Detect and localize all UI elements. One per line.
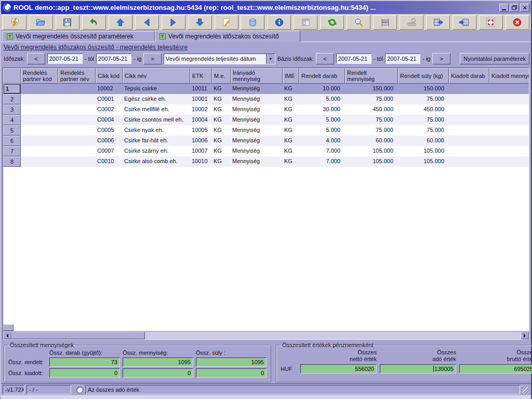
- chevron-down-icon[interactable]: ▼: [266, 54, 275, 64]
- base-period-next-button[interactable]: >: [432, 53, 450, 64]
- date-type-value: Vevői megrendelés teljesítés dátum: [164, 54, 266, 64]
- form-view-button[interactable]: [294, 15, 317, 30]
- fit-window-button[interactable]: [479, 15, 503, 30]
- period-prev-button[interactable]: <: [27, 53, 45, 64]
- prev-record-icon: [142, 18, 152, 27]
- search-button[interactable]: [347, 15, 370, 30]
- exit-button[interactable]: [506, 15, 529, 30]
- table-row[interactable]: 3C0002Csirke mellfilé eh.10002KGMennyisé…: [3, 104, 529, 115]
- export-table-icon: [433, 18, 443, 27]
- qty-value-field[interactable]: 0: [123, 368, 193, 378]
- table-cell: 60.000: [345, 136, 398, 146]
- resize-grip[interactable]: [522, 387, 529, 394]
- close-icon: ×: [523, 5, 527, 11]
- table-row[interactable]: 7C0007Csirke szárny eh.10007KGMennyiségK…: [3, 146, 529, 156]
- export-table-button[interactable]: [426, 15, 450, 30]
- table-row[interactable]: 6C0006Csirke far-hát eh.10006KGMennyiség…: [3, 136, 529, 146]
- currency-value-field[interactable]: 695025: [459, 364, 532, 374]
- qty-value-field[interactable]: 0: [49, 368, 120, 378]
- table-cell: Mennyiség: [231, 146, 283, 156]
- base-period-to-input[interactable]: [385, 54, 420, 64]
- qty-value-field[interactable]: 73: [49, 357, 120, 367]
- table-row[interactable]: 110002Tepsis csirke10011KGMennyiségKG10.…: [3, 84, 529, 94]
- column-header[interactable]: Cikk kód: [96, 68, 123, 84]
- table-cell: [58, 136, 96, 146]
- period-from-input[interactable]: [47, 54, 83, 64]
- qty-value-field[interactable]: 1095: [123, 357, 193, 367]
- tab-1[interactable]: TVevői megrendelés összesítő paraméterek: [2, 31, 155, 42]
- status-radio-icon[interactable]: [76, 387, 83, 393]
- horizontal-scrollbar[interactable]: [3, 331, 529, 339]
- table-row[interactable]: 2C0001Egész csirke eh.10001KGMennyiségKG…: [3, 94, 529, 104]
- data-entry-button[interactable]: [400, 15, 423, 30]
- column-header[interactable]: Irányadó mennyiség: [231, 68, 283, 84]
- connect-button[interactable]: [3, 15, 26, 30]
- row-number[interactable]: 4: [3, 115, 21, 125]
- first-record-icon: [115, 18, 125, 27]
- row-number[interactable]: 1: [3, 84, 21, 94]
- last-record-button[interactable]: [188, 15, 212, 30]
- base-period-prev-button[interactable]: <: [316, 53, 334, 64]
- column-header[interactable]: Cikk név: [123, 68, 190, 84]
- table-cell: 10.000: [299, 84, 345, 94]
- table-cell: [21, 136, 58, 146]
- scroll-right-button[interactable]: [521, 331, 529, 339]
- column-header[interactable]: Rendelés partner kód: [21, 68, 58, 84]
- column-header[interactable]: IME: [283, 68, 299, 84]
- period-next-button[interactable]: >: [143, 53, 162, 64]
- sections-button[interactable]: [373, 15, 397, 30]
- minimize-button[interactable]: [499, 4, 509, 12]
- tab-page: Vevői megrendelés időszakos összesítő - …: [1, 42, 531, 399]
- qty-value-field[interactable]: 0: [196, 368, 267, 378]
- scroll-thumb[interactable]: [11, 331, 145, 339]
- summary-quantities-legend: Összesített mennyiségek: [8, 342, 75, 348]
- print-params-button[interactable]: Nyomtatási paraméterek: [460, 53, 529, 64]
- next-record-button[interactable]: [162, 15, 185, 30]
- table-cell: C0002: [96, 104, 123, 115]
- prev-record-button[interactable]: [135, 15, 159, 30]
- currency-value-field[interactable]: 139005: [380, 364, 456, 374]
- row-number[interactable]: 2: [3, 94, 21, 104]
- column-header[interactable]: Rendelt mennyiség: [345, 68, 398, 84]
- qty-value-field[interactable]: 1095: [196, 357, 267, 367]
- close-button[interactable]: ×: [520, 4, 529, 12]
- table-row[interactable]: 8C0010Csirke alsó comb eh.10010KGMennyis…: [3, 156, 529, 167]
- column-header[interactable]: Rendelt súly (kg): [398, 68, 449, 84]
- table-cell: Csirke far-hát eh.: [123, 136, 190, 146]
- column-header[interactable]: M.e.: [212, 68, 231, 84]
- date-type-select[interactable]: Vevői megrendelés teljesítés dátum ▼: [164, 54, 275, 64]
- table-cell: 150.000: [398, 84, 449, 94]
- undo-button[interactable]: [82, 15, 106, 30]
- info-button[interactable]: [267, 15, 291, 30]
- row-number[interactable]: 8: [3, 156, 21, 167]
- import-table-button[interactable]: [453, 15, 476, 30]
- row-number[interactable]: 7: [3, 146, 21, 156]
- edit-button[interactable]: [215, 15, 238, 30]
- grid-corner-cell[interactable]: [3, 68, 21, 84]
- row-number[interactable]: 6: [3, 136, 21, 146]
- table-row[interactable]: 4C0004Csirke csontos mell eh.10004KGMenn…: [3, 115, 529, 125]
- table-cell: 5.000: [299, 115, 345, 125]
- base-period-from-input[interactable]: [336, 54, 371, 64]
- currency-value-field[interactable]: 556020: [300, 364, 377, 374]
- report-link[interactable]: Vevői megrendelés időszakos összesítő - …: [4, 44, 531, 52]
- scroll-left-button[interactable]: [3, 331, 11, 339]
- first-record-button[interactable]: [109, 15, 132, 30]
- column-header[interactable]: ETK: [190, 68, 212, 84]
- column-header[interactable]: Rendelés partner név: [58, 68, 96, 84]
- row-number[interactable]: 5: [3, 125, 21, 136]
- table-cell: KG: [212, 84, 231, 94]
- save-button[interactable]: [56, 15, 79, 30]
- database-button[interactable]: [241, 15, 264, 30]
- period-to-input[interactable]: [96, 54, 131, 64]
- column-header[interactable]: Rendelt darab: [299, 68, 345, 84]
- row-number[interactable]: 3: [3, 104, 21, 115]
- tab-2[interactable]: TVevői megrendelés időszakos összesítő: [155, 31, 300, 42]
- column-header[interactable]: Kiadott mennyiség: [489, 68, 529, 84]
- column-header[interactable]: Kiadott darab: [449, 68, 489, 84]
- restore-button[interactable]: [510, 4, 519, 12]
- table-row[interactable]: 5C0005Csirke nyak eh.10005KGMennyiségKG5…: [3, 125, 529, 136]
- open-button[interactable]: [29, 15, 53, 30]
- refresh-button[interactable]: [320, 15, 344, 30]
- table-cell: [449, 136, 489, 146]
